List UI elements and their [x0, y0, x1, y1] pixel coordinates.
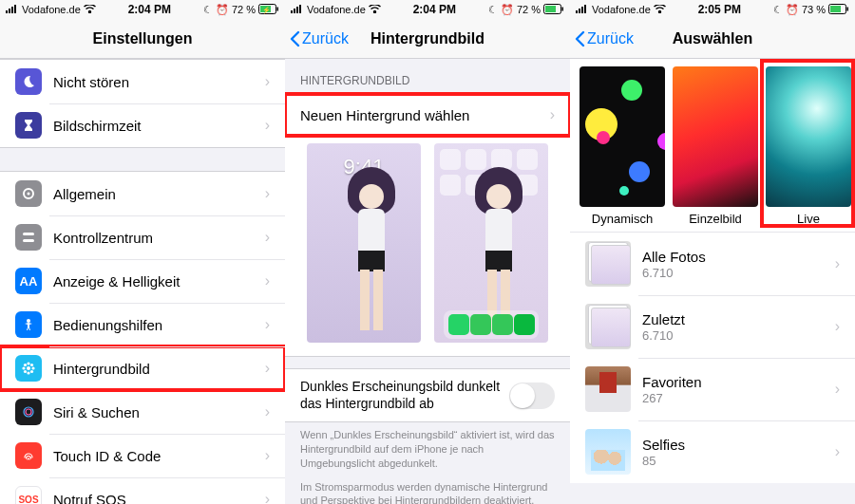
svg-rect-10 [23, 233, 34, 235]
row-control-center[interactable]: Kontrollzentrum › [0, 215, 285, 259]
moon-icon: ☾ [773, 4, 783, 16]
row-label: Siri & Suchen [53, 404, 265, 420]
alarm-icon: ⏰ [216, 4, 229, 16]
carrier: Vodafone.de [592, 4, 651, 15]
album-count: 6.710 [642, 328, 685, 343]
svg-point-18 [24, 364, 27, 366]
svg-rect-39 [846, 7, 848, 10]
status-bar: Vodafone.de 2:05 PM ☾ ⏰ 73 % [570, 0, 855, 19]
row-label: Anzeige & Helligkeit [53, 273, 265, 289]
row-screen-time[interactable]: Bildschirmzeit › [0, 103, 285, 147]
wallpaper-figure [351, 167, 392, 328]
footer-text-1: Wenn „Dunkles Erscheinungsbild“ aktivier… [285, 422, 570, 471]
text-size-icon: AA [15, 268, 42, 294]
cat-dynamic[interactable]: Dynamisch [580, 66, 665, 226]
battery-pct: 73 % [802, 4, 826, 15]
svg-rect-0 [6, 10, 8, 13]
cat-still[interactable]: Einzelbild [673, 66, 758, 226]
album-count: 85 [642, 454, 685, 468]
svg-rect-26 [291, 10, 293, 13]
row-accessibility[interactable]: Bedienungshilfen › [0, 303, 285, 346]
wifi-icon [654, 4, 666, 15]
row-wallpaper[interactable]: Hintergrundbild › [0, 346, 285, 390]
svg-point-21 [30, 370, 33, 373]
back-button[interactable]: Zurück [289, 30, 349, 47]
svg-rect-31 [545, 6, 556, 12]
wallpaper-previews: 9:41 [285, 136, 570, 356]
row-label: Bildschirmzeit [53, 118, 265, 134]
screen-settings: Vodafone.de 2:04 PM ☾ ⏰ 72 % ⚡ Einstellu… [0, 0, 285, 504]
album-name: Zuletzt [642, 311, 685, 327]
status-bar: Vodafone.de 2:04 PM ☾ ⏰ 72 % [285, 0, 570, 19]
battery-icon [543, 4, 564, 16]
chevron-right-icon: › [265, 117, 270, 134]
svg-rect-29 [299, 5, 301, 13]
svg-rect-33 [576, 10, 578, 13]
svg-point-23 [26, 409, 31, 415]
svg-rect-32 [561, 7, 563, 10]
settings-group-1: Nicht stören › Bildschirmzeit › [0, 59, 285, 148]
wallpaper-figure [478, 167, 520, 328]
moon-icon: ☾ [203, 4, 213, 16]
screen-choose: Vodafone.de 2:05 PM ☾ ⏰ 73 % Zurück Ausw… [570, 0, 855, 504]
row-sos[interactable]: SOS Notruf SOS › [0, 477, 285, 504]
svg-point-16 [22, 366, 25, 369]
album-all-photos[interactable]: Alle Fotos 6.710 › [570, 233, 855, 295]
album-selfies[interactable]: Selfies 85 › [570, 420, 855, 483]
chevron-right-icon: › [835, 255, 840, 272]
row-label: Nicht stören [53, 74, 265, 90]
svg-rect-1 [9, 9, 10, 13]
svg-point-15 [27, 371, 29, 374]
svg-point-19 [30, 364, 33, 366]
cat-live[interactable]: Live [766, 66, 851, 226]
svg-point-13 [27, 366, 30, 370]
accessibility-icon [15, 311, 42, 338]
toggle-switch[interactable] [509, 383, 555, 409]
page-title: Auswählen [673, 30, 752, 47]
svg-rect-3 [14, 5, 16, 13]
section-header: HINTERGRUNDBILD [285, 59, 570, 93]
nav-bar: Einstellungen [0, 19, 285, 59]
battery-pct: 72 % [517, 4, 541, 15]
sos-icon: SOS [15, 486, 42, 504]
row-siri[interactable]: Siri & Suchen › [0, 390, 285, 434]
row-label: Neuen Hintergrund wählen [300, 107, 550, 123]
status-bar: Vodafone.de 2:04 PM ☾ ⏰ 72 % ⚡ [0, 0, 285, 19]
row-touchid[interactable]: Touch ID & Code › [0, 434, 285, 477]
status-time: 2:04 PM [413, 3, 456, 16]
thumb-live [766, 66, 851, 207]
battery-icon: ⚡ [258, 4, 279, 16]
album-name: Selfies [642, 437, 685, 453]
chevron-right-icon: › [265, 229, 270, 246]
cat-label: Live [797, 212, 820, 226]
toggle-label: Dunkles Erscheinungsbild dunkelt das Hin… [300, 379, 509, 412]
row-display[interactable]: AA Anzeige & Helligkeit › [0, 259, 285, 303]
chevron-right-icon: › [265, 185, 270, 202]
row-do-not-disturb[interactable]: Nicht stören › [0, 60, 285, 103]
back-button[interactable]: Zurück [574, 30, 634, 47]
signal-icon [576, 4, 589, 15]
chevron-right-icon: › [265, 447, 270, 464]
homescreen-preview[interactable] [434, 143, 548, 343]
back-label: Zurück [302, 30, 349, 47]
row-label: Kontrollzentrum [53, 230, 265, 246]
album-favorites[interactable]: Favoriten 267 › [570, 358, 855, 420]
signal-icon [6, 4, 19, 15]
thumb-dynamic [580, 66, 665, 207]
chevron-right-icon: › [265, 360, 270, 377]
svg-rect-27 [294, 9, 295, 13]
svg-rect-6 [276, 7, 278, 10]
row-general[interactable]: Allgemein › [0, 172, 285, 215]
chevron-right-icon: › [265, 491, 270, 504]
page-title: Einstellungen [93, 30, 193, 47]
status-time: 2:05 PM [698, 3, 741, 16]
fingerprint-icon [15, 442, 42, 469]
signal-icon [291, 4, 304, 15]
album-recents[interactable]: Zuletzt 6.710 › [570, 295, 855, 358]
row-choose-wallpaper[interactable]: Neuen Hintergrund wählen › [285, 94, 570, 136]
svg-rect-2 [11, 7, 13, 13]
lockscreen-preview[interactable]: 9:41 [307, 143, 421, 343]
row-label: Allgemein [53, 186, 265, 202]
chevron-right-icon: › [835, 318, 840, 335]
page-title: Hintergrundbild [370, 30, 484, 47]
